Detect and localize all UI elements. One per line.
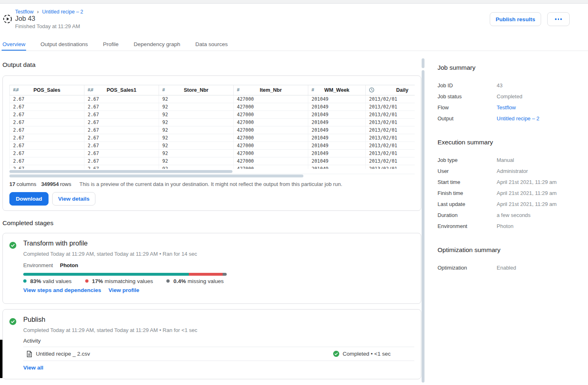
table-cell: 2.67	[10, 103, 84, 111]
activity-row[interactable]: Untitled recipe _ 2.csvCompleted • <1 se…	[23, 347, 414, 361]
table-body: 2.672.67924270002010492013/02/012.672.67…	[9, 95, 415, 169]
legend-label: mismatching values	[105, 278, 153, 284]
summary-label: Duration	[438, 212, 497, 218]
table-cell: 2.67	[10, 165, 84, 169]
table-header-row: #.#POS_Sales#.#POS_Sales1#Store_Nbr#Item…	[9, 85, 415, 95]
summary-row-output: OutputUntitled recipe – 2	[438, 113, 584, 124]
summary-label: Start time	[438, 179, 497, 185]
breadcrumb-recipe-link[interactable]: Untitled recipe – 2	[42, 9, 83, 15]
summary-label: Optimization	[438, 265, 497, 271]
output-data-card: #.#POS_Sales#.#POS_Sales1#Store_Nbr#Item…	[2, 75, 421, 211]
table-cell: 92	[159, 111, 234, 118]
table-cell: 92	[159, 103, 234, 111]
table-cell: 2.67	[84, 103, 159, 111]
legend-dot-icon	[85, 279, 88, 283]
column-header-store-nbr: #Store_Nbr	[159, 85, 234, 95]
legend-item-mismatching: 17%mismatching values	[85, 278, 153, 284]
table-cell: 2.67	[10, 95, 84, 103]
stage-title: Transform with profile	[23, 239, 88, 247]
summary-row-optimization: OptimizationEnabled	[438, 262, 584, 273]
job-run-icon	[3, 14, 12, 24]
table-cell: 2.67	[10, 111, 84, 118]
execution-summary-heading: Execution summary	[438, 139, 584, 146]
column-header-pos-sales: #.#POS_Sales	[10, 85, 84, 95]
tab-profile[interactable]: Profile	[102, 38, 119, 51]
column-label: POS_Sales1	[107, 87, 137, 93]
table-cell: 2013/02/01	[366, 103, 415, 111]
vertical-scrollbar[interactable]	[422, 70, 424, 383]
table-cell: 427000	[234, 119, 308, 126]
breadcrumb-flow-link[interactable]: Testflow	[15, 9, 33, 15]
table-horizontal-scrollbar[interactable]	[9, 170, 232, 173]
column-header-item-nbr: #Item_Nbr	[234, 85, 308, 95]
scrollbar-divider	[9, 174, 415, 174]
view-profile-link[interactable]: View profile	[108, 287, 139, 293]
vertical-scrollbar-top[interactable]	[422, 58, 424, 68]
success-check-icon	[9, 242, 16, 249]
legend-label: missing values	[188, 278, 224, 284]
table-cell: 2013/02/01	[366, 119, 415, 126]
data-preview-table: #.#POS_Sales#.#POS_Sales1#Store_Nbr#Item…	[9, 85, 415, 169]
table-cell: 92	[159, 142, 234, 149]
legend-item-valid: 83%valid values	[23, 278, 72, 284]
summary-row-environment: EnvironmentPhoton	[438, 221, 584, 232]
summary-label: Finish time	[438, 190, 497, 196]
quality-segment-valid	[23, 273, 189, 276]
summary-label: Job status	[438, 93, 497, 100]
status-text: Completed • <1 sec	[343, 351, 391, 357]
legend-dot-icon	[166, 279, 170, 283]
optimization-summary-section: Optimization summaryOptimizationEnabled	[438, 246, 584, 273]
summary-value-job-type: Manual	[497, 157, 514, 163]
tab-output-destinations[interactable]: Output destinations	[40, 38, 88, 51]
table-row: 2.672.67924270002010492013/02/01	[9, 119, 415, 126]
integer-type-icon: #	[237, 88, 239, 93]
table-cell: 201049	[308, 119, 366, 126]
table-cell: 2.67	[84, 165, 159, 169]
summary-label: Output	[438, 115, 497, 122]
table-cell: 2.67	[84, 134, 159, 142]
table-cell: 2013/02/01	[366, 165, 415, 169]
summary-row-job-id: Job ID43	[438, 80, 584, 91]
table-row: 2.672.67924270002010492013/02/01	[9, 157, 415, 165]
table-row: 2.672.67924270002010492013/02/01	[9, 103, 415, 111]
stage-links: View steps and dependenciesView profile	[23, 287, 139, 293]
summary-value-flow[interactable]: Testflow	[497, 104, 516, 111]
columns-label: columns	[16, 181, 36, 187]
tab-overview[interactable]: Overview	[2, 38, 26, 51]
screen-artifact-bar	[0, 340, 2, 378]
download-button[interactable]: Download	[9, 192, 49, 206]
view-all-link[interactable]: View all	[23, 365, 43, 371]
column-label: Daily	[396, 87, 409, 93]
summary-value-output[interactable]: Untitled recipe – 2	[497, 115, 539, 122]
table-cell: 201049	[308, 142, 366, 149]
view-details-button[interactable]: View details	[52, 192, 95, 206]
table-cell: 92	[159, 134, 234, 142]
table-cell: 201049	[308, 134, 366, 142]
table-cell: 427000	[234, 134, 308, 142]
summary-label: Job type	[438, 157, 497, 163]
column-header-wm-week: #WM_Week	[308, 85, 366, 95]
tab-dependency-graph[interactable]: Dependency graph	[133, 38, 181, 51]
table-cell: 201049	[308, 95, 366, 103]
summary-value-job-status: Completed	[497, 93, 522, 100]
ellipsis-icon	[555, 18, 562, 20]
success-check-icon	[9, 318, 16, 325]
summary-label: Flow	[438, 104, 497, 111]
decimal-type-icon: #.#	[13, 88, 18, 93]
table-cell: 2.67	[84, 142, 159, 149]
data-quality-bar	[23, 273, 227, 276]
integer-type-icon: #	[312, 88, 314, 93]
publish-results-button[interactable]: Publish results	[490, 12, 541, 26]
table-cell: 201049	[308, 165, 366, 169]
tab-data-sources[interactable]: Data sources	[195, 38, 229, 51]
table-cell: 2.67	[84, 119, 159, 126]
integer-type-icon: #	[162, 88, 164, 93]
panel-horizontal-scrollbar[interactable]	[9, 175, 303, 177]
view-steps-and-dependencies-link[interactable]: View steps and dependencies	[23, 287, 101, 293]
summary-row-flow: FlowTestflow	[438, 102, 584, 113]
job-summary-section: Job summaryJob ID43Job statusCompletedFl…	[438, 64, 584, 124]
more-options-button[interactable]	[547, 12, 570, 26]
summary-label: Environment	[438, 223, 497, 229]
table-cell: 427000	[234, 103, 308, 111]
legend-percentage: 83%	[30, 278, 41, 284]
